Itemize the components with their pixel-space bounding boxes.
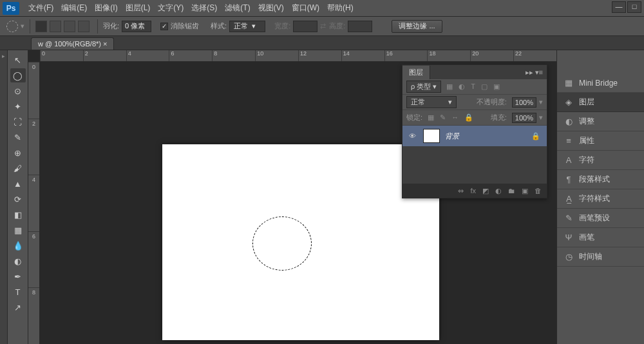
width-input — [293, 21, 317, 32]
canvas[interactable] — [162, 144, 439, 340]
layers-icon: ◈ — [564, 97, 574, 108]
panel-paragraph-styles[interactable]: ¶段落样式 — [557, 170, 644, 189]
refine-edge-button[interactable]: 调整边缘 ... — [392, 20, 442, 33]
panel-brush-presets[interactable]: ✎画笔预设 — [557, 209, 644, 228]
selection-subtract-icon[interactable] — [64, 21, 75, 32]
history-brush-tool[interactable]: ⟳ — [10, 192, 26, 206]
brush-icon: Ψ — [564, 233, 574, 243]
layer-thumbnail[interactable] — [423, 129, 440, 143]
layers-panel-tab: 图层 ▸▸ ▾≡ — [402, 65, 547, 79]
menu-help[interactable]: 帮助(H) — [323, 3, 357, 14]
marquee-tool-icon[interactable] — [6, 21, 18, 32]
lock-icon[interactable]: 🔒 — [531, 132, 540, 140]
panel-brushes[interactable]: Ψ画笔 — [557, 228, 644, 247]
mask-icon[interactable]: ◩ — [482, 187, 489, 195]
style-label: 样式: — [211, 21, 227, 31]
menu-bar: Ps 文件(F) 编辑(E) 图像(I) 图层(L) 文字(Y) 选择(S) 滤… — [0, 0, 644, 17]
eyedropper-tool[interactable]: ✎ — [10, 130, 26, 144]
options-bar: ▾ 羽化: ✓ 消除锯齿 样式: 正常 ▾ 宽度: ⇄ 高度: 调整边缘 ... — [0, 17, 644, 36]
gradient-tool[interactable]: ▦ — [10, 223, 26, 237]
type-tool[interactable]: T — [10, 285, 26, 299]
wand-tool[interactable]: ✦ — [10, 99, 26, 113]
height-label: 高度: — [329, 21, 345, 31]
style-select[interactable]: 正常 ▾ — [229, 21, 265, 32]
document-tab[interactable]: w @ 100%(RGB/8*) × — [31, 37, 114, 50]
window-controls: — □ — [612, 1, 641, 13]
menu-window[interactable]: 窗口(W) — [288, 3, 323, 14]
fx-icon[interactable]: fx — [470, 187, 476, 195]
menu-edit[interactable]: 编辑(E) — [57, 3, 91, 14]
blend-mode-select[interactable]: 正常▾ — [406, 96, 457, 108]
lock-icons[interactable]: ▦ ✎ ↔ 🔒 — [428, 113, 475, 122]
antialias-label: 消除锯齿 — [171, 21, 199, 31]
panel-menu-icon[interactable]: ▸▸ ▾≡ — [526, 68, 543, 77]
left-gutter: ▸ — [0, 50, 8, 344]
layers-panel-title[interactable]: 图层 — [402, 66, 430, 79]
app-logo: Ps — [3, 2, 19, 15]
lock-label: 锁定: — [406, 113, 422, 122]
panel-mini-bridge[interactable]: ▦Mini Bridge — [557, 73, 644, 93]
dodge-tool[interactable]: ◐ — [10, 254, 26, 268]
height-input — [348, 21, 372, 32]
char-icon: A — [564, 155, 574, 166]
layer-row-background[interactable]: 👁 背景 🔒 — [402, 126, 547, 146]
toolbox: ↖ ◯ ⊙ ✦ ⛶ ✎ ⊕ 🖌 ▲ ⟳ ◧ ▦ 💧 ◐ ✒ T ↗ — [8, 50, 28, 344]
layer-filter-select[interactable]: ρ 类型 ▾ — [406, 81, 441, 93]
charstyle-icon: A̲ — [564, 194, 574, 204]
brush-tool[interactable]: 🖌 — [10, 161, 26, 175]
fill-value[interactable]: 100% — [512, 113, 536, 123]
menu-select[interactable]: 选择(S) — [187, 3, 221, 14]
eraser-tool[interactable]: ◧ — [10, 207, 26, 222]
menu-type[interactable]: 文字(Y) — [154, 3, 187, 14]
menu-image[interactable]: 图像(I) — [91, 3, 121, 14]
move-tool[interactable]: ↖ — [10, 53, 26, 67]
layers-panel-footer: ⇔ fx ◩ ◐ 🖿 ▣ 🗑 — [402, 184, 547, 198]
brush-preset-icon: ✎ — [564, 213, 574, 224]
selection-new-icon[interactable] — [35, 21, 47, 32]
maximize-button[interactable]: □ — [627, 1, 641, 13]
panel-char-styles[interactable]: A̲字符样式 — [557, 189, 644, 209]
blur-tool[interactable]: 💧 — [10, 238, 26, 253]
selection-add-icon[interactable] — [50, 21, 61, 32]
group-icon[interactable]: 🖿 — [508, 187, 515, 195]
ruler-vertical: 02468 — [28, 62, 40, 344]
width-label: 宽度: — [274, 21, 290, 31]
path-tool[interactable]: ↗ — [10, 300, 26, 314]
panel-properties[interactable]: ≡属性 — [557, 131, 644, 151]
panel-adjustments[interactable]: ◐调整 — [557, 112, 644, 131]
fill-label: 填充: — [491, 113, 507, 122]
visibility-icon[interactable]: 👁 — [406, 132, 418, 140]
stamp-tool[interactable]: ▲ — [10, 177, 26, 191]
menu-layer[interactable]: 图层(L) — [122, 3, 155, 14]
new-layer-icon[interactable]: ▣ — [522, 187, 528, 195]
feather-label: 羽化: — [103, 21, 119, 31]
panel-timeline[interactable]: ◷时间轴 — [557, 247, 644, 267]
document-tabstrip: w @ 100%(RGB/8*) × — [0, 36, 644, 50]
ruler-horizontal: 0246810121416182022 — [40, 50, 556, 62]
menu-filter[interactable]: 滤镜(T) — [221, 3, 254, 14]
menu-view[interactable]: 视图(V) — [254, 3, 288, 14]
feather-input[interactable] — [122, 21, 151, 32]
panel-character[interactable]: A字符 — [557, 151, 644, 170]
healing-tool[interactable]: ⊕ — [10, 146, 26, 160]
minimize-button[interactable]: — — [612, 1, 626, 13]
delete-layer-icon[interactable]: 🗑 — [535, 187, 542, 195]
panel-layers[interactable]: ◈图层 — [557, 93, 644, 112]
layer-filter-icons[interactable]: ▦ ◐ T ▢ ▣ — [446, 82, 502, 91]
elliptical-selection[interactable] — [252, 216, 312, 271]
crop-tool[interactable]: ⛶ — [10, 115, 26, 129]
image-icon: ▦ — [564, 78, 574, 88]
para-icon: ¶ — [564, 175, 574, 185]
adjustment-layer-icon[interactable]: ◐ — [495, 187, 502, 195]
link-layers-icon[interactable]: ⇔ — [458, 187, 464, 195]
selection-intersect-icon[interactable] — [78, 21, 90, 32]
layers-panel[interactable]: 图层 ▸▸ ▾≡ ρ 类型 ▾ ▦ ◐ T ▢ ▣ 正常▾ 不透明度: 100%… — [402, 64, 547, 198]
layer-name[interactable]: 背景 — [445, 131, 459, 141]
panel-dock: ▦Mini Bridge ◈图层 ◐调整 ≡属性 A字符 ¶段落样式 A̲字符样… — [556, 50, 644, 344]
marquee-tool[interactable]: ◯ — [10, 68, 26, 82]
menu-file[interactable]: 文件(F) — [24, 3, 57, 14]
antialias-checkbox[interactable]: ✓ — [160, 23, 168, 30]
pen-tool[interactable]: ✒ — [10, 269, 26, 283]
opacity-value[interactable]: 100% — [512, 97, 536, 108]
lasso-tool[interactable]: ⊙ — [10, 84, 26, 98]
